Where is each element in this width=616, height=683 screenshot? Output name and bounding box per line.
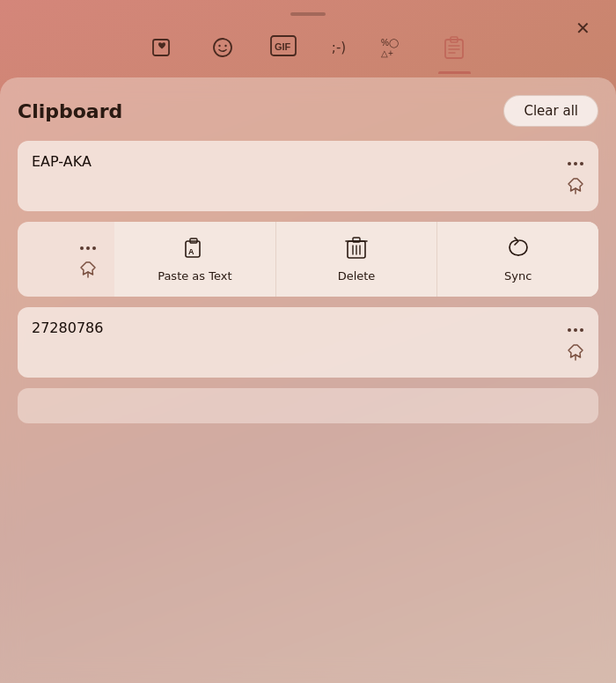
clipboard-item-4: [18, 388, 598, 423]
item-more-button[interactable]: [563, 150, 588, 173]
clear-all-button[interactable]: Clear all: [503, 95, 598, 127]
svg-text:A: A: [188, 247, 194, 256]
delete-button[interactable]: Delete: [276, 222, 438, 297]
svg-point-17: [80, 246, 84, 250]
svg-text:%◯: %◯: [381, 38, 399, 48]
tab-emoji[interactable]: [202, 30, 244, 74]
svg-point-2: [218, 45, 220, 47]
item-left-controls: [18, 222, 114, 297]
clipboard-item-3: 27280786: [18, 307, 598, 378]
more-dots-icon: [567, 161, 584, 166]
panel-title: Clipboard: [18, 100, 122, 122]
paste-as-text-label: Paste as Text: [158, 269, 231, 283]
tab-clipboard[interactable]: [434, 30, 474, 74]
item-pin-button-3[interactable]: [563, 340, 588, 369]
svg-point-30: [568, 328, 571, 332]
tab-bar: GIF ;-) %◯ △+: [0, 25, 616, 74]
svg-point-15: [580, 162, 583, 165]
item-pin-button-2[interactable]: [76, 257, 100, 286]
close-icon: ✕: [576, 18, 590, 39]
svg-point-1: [214, 39, 231, 56]
tab-kaomoji[interactable]: ;-): [323, 30, 355, 74]
stickers-icon: [150, 35, 175, 65]
action-menu: A Paste as Text Delete: [114, 222, 598, 297]
clipboard-panel: Clipboard Clear all EAP-AKA: [0, 77, 616, 683]
sync-button[interactable]: Sync: [437, 222, 598, 297]
svg-point-14: [574, 162, 577, 165]
sync-icon: [506, 236, 531, 264]
pin-icon: [567, 177, 584, 195]
svg-point-19: [92, 246, 96, 250]
clipboard-item-with-menu: A Paste as Text Delete: [18, 222, 598, 297]
clipboard-item: EAP-AKA: [18, 141, 598, 211]
tab-stickers[interactable]: [142, 30, 184, 74]
item-pin-button[interactable]: [563, 173, 588, 202]
symbols-icon: %◯ △+: [381, 35, 407, 62]
item-more-button-3[interactable]: [563, 316, 588, 339]
paste-as-text-button[interactable]: A Paste as Text: [114, 222, 276, 297]
delete-icon: [345, 236, 368, 264]
drag-handle: [290, 12, 326, 16]
sync-label: Sync: [504, 269, 532, 283]
svg-text:GIF: GIF: [275, 41, 291, 52]
delete-label: Delete: [338, 269, 376, 283]
pin-icon-3: [567, 343, 584, 361]
svg-point-3: [224, 45, 226, 47]
paste-as-text-icon: A: [182, 236, 207, 264]
svg-point-13: [568, 162, 571, 165]
svg-point-32: [580, 328, 583, 332]
svg-point-18: [86, 246, 90, 250]
clipboard-icon: [443, 35, 466, 64]
emoji-icon: [210, 35, 235, 64]
svg-text:△+: △+: [381, 48, 393, 58]
panel-header: Clipboard Clear all: [18, 95, 598, 127]
more-dots-icon-3: [567, 327, 584, 333]
kaomoji-icon: ;-): [332, 35, 346, 60]
more-dots-icon-2: [79, 246, 97, 251]
gif-icon: GIF: [270, 35, 297, 61]
item-text-3: 27280786: [32, 319, 138, 336]
item-text: EAP-AKA: [32, 153, 127, 170]
pin-icon-2: [79, 261, 97, 278]
tab-gif[interactable]: GIF: [261, 30, 305, 74]
tab-symbols[interactable]: %◯ △+: [372, 30, 416, 74]
close-button[interactable]: ✕: [567, 12, 598, 44]
svg-point-31: [574, 328, 577, 332]
item-more-button-2[interactable]: [76, 234, 100, 257]
